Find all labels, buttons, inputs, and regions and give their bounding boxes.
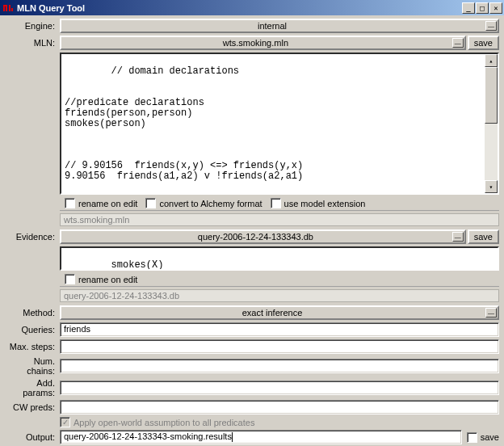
output-input[interactable]: query-2006-12-24-133343-smoking.results bbox=[60, 430, 462, 444]
numchains-input[interactable] bbox=[60, 359, 499, 373]
svg-rect-4 bbox=[11, 8, 13, 11]
evidence-options-row: rename on edit bbox=[60, 272, 499, 287]
evidence-save-button[interactable]: save bbox=[468, 229, 499, 244]
window-title: MLN Query Tool bbox=[17, 3, 461, 13]
maxsteps-input[interactable] bbox=[60, 339, 499, 354]
mln-convert-checkbox[interactable]: convert to Alchemy format bbox=[145, 198, 262, 208]
dropdown-icon[interactable]: — bbox=[452, 38, 464, 48]
mln-editor[interactable]: // domain declarations //predicate decla… bbox=[60, 53, 499, 195]
addparams-input[interactable] bbox=[60, 381, 499, 395]
mln-label: MLN: bbox=[3, 38, 60, 48]
dropdown-icon[interactable]: — bbox=[452, 232, 464, 242]
svg-rect-3 bbox=[9, 5, 10, 11]
checkbox-icon bbox=[65, 274, 75, 284]
maxsteps-label: Max. steps: bbox=[3, 342, 60, 351]
addparams-label: Add. params: bbox=[3, 378, 60, 398]
mln-path: wts.smoking.mln bbox=[60, 213, 499, 226]
checkbox-icon: ✓ bbox=[60, 417, 70, 427]
queries-input[interactable]: friends bbox=[60, 322, 499, 337]
checkbox-icon bbox=[65, 198, 75, 208]
method-dropdown[interactable]: exact inference — bbox=[60, 305, 499, 320]
engine-label: Engine: bbox=[3, 21, 60, 31]
evidence-file-dropdown[interactable]: query-2006-12-24-133343.db — bbox=[60, 229, 466, 244]
output-label: Output: bbox=[3, 432, 60, 442]
svg-rect-2 bbox=[3, 5, 7, 6]
checkbox-icon bbox=[145, 198, 156, 208]
mln-save-button[interactable]: save bbox=[468, 36, 499, 50]
mln-rename-checkbox[interactable]: rename on edit bbox=[65, 198, 137, 208]
checkbox-icon bbox=[271, 198, 281, 208]
scroll-up-icon[interactable]: ▴ bbox=[485, 54, 498, 67]
app-icon bbox=[2, 2, 15, 15]
openworld-checkbox: ✓ Apply open-world assumption to all pre… bbox=[60, 417, 254, 427]
queries-label: Queries: bbox=[3, 325, 60, 334]
scroll-thumb[interactable] bbox=[485, 67, 498, 124]
numchains-label: Num. chains: bbox=[3, 356, 60, 376]
cwpreds-input[interactable] bbox=[60, 400, 499, 414]
mln-usemodel-checkbox[interactable]: use model extension bbox=[271, 198, 366, 208]
mln-file-dropdown[interactable]: wts.smoking.mln — bbox=[60, 36, 466, 50]
evidence-editor[interactable]: smokes(X) smokes(Y) bbox=[60, 246, 499, 271]
mln-content: // domain declarations //predicate decla… bbox=[65, 65, 303, 182]
mln-options-row: rename on edit convert to Alchemy format… bbox=[60, 196, 499, 211]
engine-dropdown[interactable]: internal — bbox=[60, 19, 499, 33]
mln-file-value: wts.smoking.mln bbox=[61, 38, 450, 48]
maximize-button[interactable]: □ bbox=[476, 2, 489, 14]
output-save-checkbox[interactable]: save bbox=[467, 430, 499, 444]
close-button[interactable]: ✕ bbox=[489, 2, 502, 14]
evidence-content: smokes(X) smokes(Y) bbox=[65, 259, 163, 271]
method-value: exact inference bbox=[61, 308, 483, 318]
evidence-rename-checkbox[interactable]: rename on edit bbox=[65, 274, 137, 284]
engine-value: internal bbox=[61, 21, 483, 31]
minimize-button[interactable]: _ bbox=[462, 2, 475, 14]
cwpreds-label: CW preds: bbox=[3, 402, 60, 412]
evidence-file-value: query-2006-12-24-133343.db bbox=[61, 232, 450, 242]
method-label: Method: bbox=[3, 308, 60, 318]
dropdown-icon[interactable]: — bbox=[485, 21, 497, 31]
dropdown-icon[interactable]: — bbox=[485, 308, 497, 318]
scroll-down-icon[interactable]: ▾ bbox=[485, 180, 498, 193]
titlebar: MLN Query Tool _ □ ✕ bbox=[0, 0, 504, 15]
evidence-path: query-2006-12-24-133343.db bbox=[60, 289, 499, 302]
checkbox-icon bbox=[467, 432, 477, 443]
scrollbar[interactable]: ▴ ▾ bbox=[485, 54, 498, 193]
evidence-label: Evidence: bbox=[3, 232, 60, 242]
